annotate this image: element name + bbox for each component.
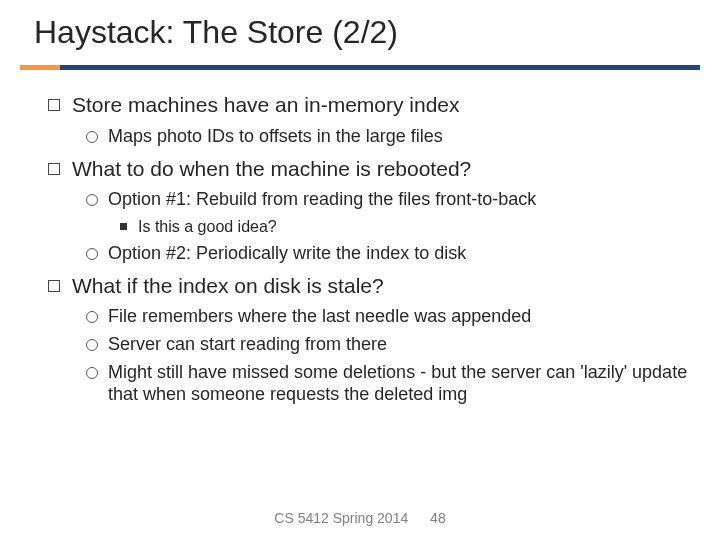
slide-footer: CS 5412 Spring 2014 48 xyxy=(0,510,720,526)
bullet-lvl2: Server can start reading from there xyxy=(72,334,694,356)
title-underline xyxy=(20,65,700,70)
bullet-lvl2: Option #1: Rebuild from reading the file… xyxy=(72,189,694,236)
bullet-lvl3: Is this a good idea? xyxy=(108,217,694,237)
bullet-text: Server can start reading from there xyxy=(108,334,387,354)
bullet-sublist: Option #1: Rebuild from reading the file… xyxy=(72,189,694,264)
bullet-sublist: File remembers where the last needle was… xyxy=(72,306,694,406)
bullet-text: Option #2: Periodically write the index … xyxy=(108,243,466,263)
footer-course: CS 5412 Spring 2014 xyxy=(274,510,408,526)
slide-body: Store machines have an in-memory index M… xyxy=(20,70,700,406)
bullet-text: Is this a good idea? xyxy=(138,218,277,235)
bullet-lvl2: File remembers where the last needle was… xyxy=(72,306,694,328)
bullet-text: Might still have missed some deletions -… xyxy=(108,362,687,404)
slide-title: Haystack: The Store (2/2) xyxy=(34,14,700,51)
bullet-lvl1: Store machines have an in-memory index M… xyxy=(26,92,694,148)
bullet-subsublist: Is this a good idea? xyxy=(108,217,694,237)
slide: Haystack: The Store (2/2) Store machines… xyxy=(0,0,720,540)
bullet-text: Option #1: Rebuild from reading the file… xyxy=(108,189,536,209)
bullet-list: Store machines have an in-memory index M… xyxy=(26,92,694,406)
bullet-text: What if the index on disk is stale? xyxy=(72,274,384,297)
bullet-text: What to do when the machine is rebooted? xyxy=(72,157,471,180)
bullet-text: File remembers where the last needle was… xyxy=(108,306,531,326)
bullet-lvl2: Option #2: Periodically write the index … xyxy=(72,243,694,265)
bullet-lvl2: Might still have missed some deletions -… xyxy=(72,362,694,406)
footer-page-number: 48 xyxy=(430,510,446,526)
bullet-lvl2: Maps photo IDs to offsets in the large f… xyxy=(72,126,694,148)
bullet-text: Maps photo IDs to offsets in the large f… xyxy=(108,126,443,146)
bullet-lvl1: What to do when the machine is rebooted?… xyxy=(26,156,694,265)
bullet-text: Store machines have an in-memory index xyxy=(72,93,460,116)
bullet-lvl1: What if the index on disk is stale? File… xyxy=(26,273,694,406)
bullet-sublist: Maps photo IDs to offsets in the large f… xyxy=(72,126,694,148)
